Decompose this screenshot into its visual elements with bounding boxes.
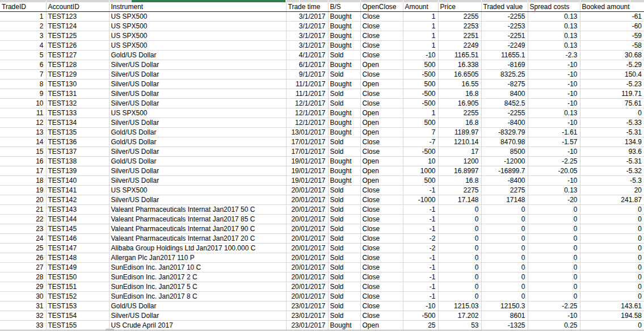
cell-booked-amount[interactable]: -58: [580, 41, 644, 51]
cell-tradeid[interactable]: 10: [0, 99, 46, 108]
cell-amount[interactable]: -2: [403, 234, 438, 244]
cell-price[interactable]: 16.338: [438, 60, 481, 70]
cell-openclose[interactable]: Close: [360, 51, 403, 60]
cell-booked-amount[interactable]: 0: [580, 224, 644, 234]
cell-b-s[interactable]: Bought: [328, 118, 360, 128]
cell-traded-value[interactable]: 0: [481, 263, 528, 273]
cell-openclose[interactable]: Close: [360, 263, 403, 273]
cell-trade-time[interactable]: 23/01/2017: [286, 311, 328, 321]
cell-price[interactable]: 16.8997: [438, 166, 481, 176]
cell-price[interactable]: 17: [438, 147, 481, 157]
cell-instrument[interactable]: Silver/US Dollar: [109, 70, 286, 79]
cell-spread-costs[interactable]: 0: [528, 224, 580, 234]
cell-booked-amount[interactable]: 150.4: [580, 70, 644, 79]
cell-openclose[interactable]: Close: [360, 301, 403, 311]
cell-spread-costs[interactable]: 0: [528, 234, 580, 244]
cell-instrument[interactable]: US Crude April 2017: [109, 321, 286, 330]
cell-tradeid[interactable]: 31: [0, 301, 46, 311]
cell-openclose[interactable]: Open: [360, 176, 403, 186]
cell-traded-value[interactable]: 8470.98: [481, 137, 528, 147]
cell-accountid[interactable]: TEST124: [46, 22, 109, 31]
cell-accountid[interactable]: TEST126: [46, 41, 109, 51]
cell-price[interactable]: 0: [438, 215, 481, 224]
cell-spread-costs[interactable]: -10: [528, 147, 580, 157]
cell-accountid[interactable]: TEST155: [46, 321, 109, 330]
cell-price[interactable]: 16.8: [438, 118, 481, 128]
cell-booked-amount[interactable]: 0: [580, 253, 644, 263]
cell-tradeid[interactable]: 13: [0, 128, 46, 137]
cell-booked-amount[interactable]: -61: [580, 12, 644, 22]
cell-b-s[interactable]: Bought: [328, 108, 360, 118]
cell-instrument[interactable]: Gold/US Dollar: [109, 137, 286, 147]
cell-accountid[interactable]: TEST145: [46, 224, 109, 234]
cell-instrument[interactable]: SunEdison Inc. Jan2017 5 C: [109, 282, 286, 292]
cell-amount[interactable]: -10: [403, 301, 438, 311]
cell-accountid[interactable]: TEST130: [46, 79, 109, 89]
cell-accountid[interactable]: TEST150: [46, 273, 109, 282]
cell-amount[interactable]: -1: [403, 205, 438, 215]
cell-accountid[interactable]: TEST131: [46, 89, 109, 99]
cell-trade-time[interactable]: 20/01/2017: [286, 273, 328, 282]
cell-amount[interactable]: 500: [403, 79, 438, 89]
cell-traded-value[interactable]: -2251: [481, 31, 528, 41]
cell-price[interactable]: 16.8: [438, 89, 481, 99]
cell-instrument[interactable]: SunEdison Inc. Jan2017 2 C: [109, 273, 286, 282]
cell-amount[interactable]: 1: [403, 22, 438, 31]
cell-instrument[interactable]: US SPX500: [109, 22, 286, 31]
cell-tradeid[interactable]: 4: [0, 41, 46, 51]
column-header-traded-value[interactable]: Traded value: [481, 2, 528, 12]
cell-tradeid[interactable]: 30: [0, 292, 46, 301]
cell-instrument[interactable]: Valeant Pharmaceuticals Internat Jan2017…: [109, 234, 286, 244]
cell-amount[interactable]: -500: [403, 99, 438, 108]
cell-trade-time[interactable]: 19/01/2017: [286, 176, 328, 186]
cell-b-s[interactable]: Bought: [328, 321, 360, 330]
cell-booked-amount[interactable]: 0: [580, 282, 644, 292]
cell-amount[interactable]: 7: [403, 128, 438, 137]
cell-spread-costs[interactable]: -2.25: [528, 157, 580, 166]
cell-traded-value[interactable]: -12000: [481, 157, 528, 166]
cell-traded-value[interactable]: 17148: [481, 195, 528, 205]
cell-amount[interactable]: -1: [403, 253, 438, 263]
cell-openclose[interactable]: Close: [360, 22, 403, 31]
cell-tradeid[interactable]: 33: [0, 321, 46, 330]
column-header-tradeid[interactable]: TradeID: [0, 2, 46, 12]
cell-tradeid[interactable]: 24: [0, 234, 46, 244]
cell-openclose[interactable]: Close: [360, 70, 403, 79]
cell-instrument[interactable]: US SPX500: [109, 108, 286, 118]
cell-booked-amount[interactable]: -5.32: [580, 166, 644, 176]
cell-instrument[interactable]: US SPX500: [109, 12, 286, 22]
cell-booked-amount[interactable]: 143.61: [580, 301, 644, 311]
cell-tradeid[interactable]: 23: [0, 224, 46, 234]
cell-instrument[interactable]: SunEdison Inc. Jan2017 10 C: [109, 263, 286, 273]
cell-b-s[interactable]: Sold: [328, 244, 360, 253]
cell-spread-costs[interactable]: -2.3: [528, 51, 580, 60]
cell-tradeid[interactable]: 17: [0, 166, 46, 176]
cell-b-s[interactable]: Sold: [328, 282, 360, 292]
cell-amount[interactable]: 500: [403, 176, 438, 186]
cell-tradeid[interactable]: 11: [0, 108, 46, 118]
cell-spread-costs[interactable]: 0: [528, 244, 580, 253]
cell-spread-costs[interactable]: 0: [528, 205, 580, 215]
cell-traded-value[interactable]: -2255: [481, 12, 528, 22]
cell-b-s[interactable]: Sold: [328, 147, 360, 157]
cell-accountid[interactable]: TEST127: [46, 51, 109, 60]
cell-price[interactable]: 16.55: [438, 79, 481, 89]
cell-b-s[interactable]: Sold: [328, 99, 360, 108]
cell-price[interactable]: 0: [438, 205, 481, 215]
cell-accountid[interactable]: TEST134: [46, 118, 109, 128]
cell-booked-amount[interactable]: -5.33: [580, 118, 644, 128]
cell-openclose[interactable]: Close: [360, 31, 403, 41]
cell-tradeid[interactable]: 2: [0, 22, 46, 31]
cell-tradeid[interactable]: 6: [0, 60, 46, 70]
cell-instrument[interactable]: SunEdison Inc. Jan2017 8 C: [109, 292, 286, 301]
cell-spread-costs[interactable]: -10: [528, 89, 580, 99]
cell-b-s[interactable]: Bought: [328, 176, 360, 186]
cell-booked-amount[interactable]: 0: [580, 321, 644, 330]
cell-trade-time[interactable]: 20/01/2017: [286, 205, 328, 215]
cell-price[interactable]: 2251: [438, 31, 481, 41]
cell-openclose[interactable]: Close: [360, 205, 403, 215]
cell-b-s[interactable]: Bought: [328, 157, 360, 166]
cell-openclose[interactable]: Open: [360, 79, 403, 89]
cell-amount[interactable]: 500: [403, 60, 438, 70]
cell-accountid[interactable]: TEST139: [46, 166, 109, 176]
